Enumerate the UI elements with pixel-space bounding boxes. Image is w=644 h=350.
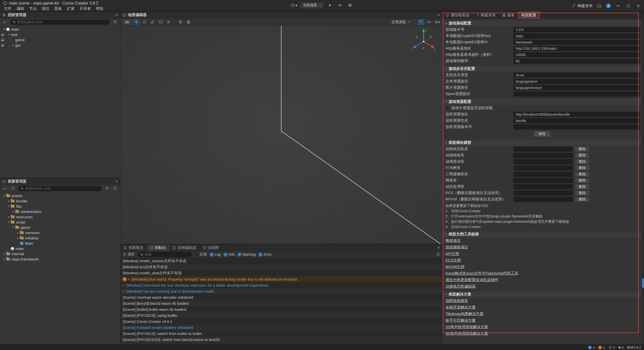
- tab-property-inspector[interactable]: 属性检查器: [442, 12, 473, 18]
- folder-icon[interactable]: [597, 4, 601, 8]
- add-asset-button[interactable]: +▾: [2, 186, 8, 191]
- doc-icon[interactable]: [436, 253, 440, 256]
- log-row[interactable]: ! ▸ [Scene] [PHYSICS]: switch from built…: [120, 330, 442, 336]
- expand-arrow-icon[interactable]: [7, 199, 11, 203]
- expand-arrow-icon[interactable]: [16, 231, 20, 234]
- menu-item[interactable]: 编辑: [14, 6, 27, 11]
- lock-icon[interactable]: [1, 38, 4, 41]
- log-filter-toggle[interactable]: Log: [210, 252, 221, 256]
- menu-item[interactable]: 帮助: [93, 6, 106, 11]
- scrollbar-thumb[interactable]: [642, 278, 644, 288]
- delete-button[interactable]: 删除: [575, 153, 589, 158]
- scene-selector-dropdown[interactable]: 当前场景 ▾: [300, 2, 324, 9]
- tree-node[interactable]: bundle: [0, 198, 120, 204]
- module-path-input[interactable]: [513, 147, 573, 152]
- asset-counter[interactable]: 0: [619, 346, 624, 349]
- minimize-button[interactable]: [615, 3, 621, 9]
- section-basic-config[interactable]: ▾ 游戏基础配置: [442, 20, 641, 26]
- error-counter[interactable]: 0: [609, 346, 615, 349]
- regex-toggle[interactable]: 正则: [195, 252, 207, 257]
- section-module-trim[interactable]: ▾ 框架模块裁剪: [442, 139, 641, 146]
- doc-link[interactable]: ECS文档: [446, 258, 461, 263]
- field-input[interactable]: [513, 59, 640, 64]
- doc-link[interactable]: API文档: [446, 251, 459, 256]
- tree-node[interactable]: game: [0, 37, 120, 42]
- filter-button[interactable]: [112, 20, 118, 25]
- solution-link[interactable]: 全栈开发解决方案: [446, 305, 476, 310]
- preview-window-button[interactable]: [346, 2, 354, 9]
- preview-target-button[interactable]: ▾: [290, 2, 298, 9]
- log-row[interactable]: ! ▸ [Scene] meshopt wasm decoder initial…: [120, 294, 442, 300]
- log-row[interactable]: ! ▸ [Window] render_texture文件夹不存在: [120, 258, 442, 264]
- menu-item[interactable]: 文件: [2, 6, 14, 11]
- coordinate-toggle-button[interactable]: [185, 19, 192, 25]
- expand-arrow-icon[interactable]: [7, 33, 11, 36]
- module-path-input[interactable]: [513, 197, 573, 202]
- expand-arrow-icon[interactable]: [7, 215, 11, 218]
- module-path-input[interactable]: [513, 184, 573, 189]
- solution-link[interactable]: 2D角色扮演游戏解决方案: [446, 325, 488, 329]
- menu-item[interactable]: 节点: [27, 6, 39, 11]
- log-row[interactable]: ! ▸ [Window] ecs文件夹不存在: [120, 264, 442, 270]
- section-doc-links[interactable]: ▾ 框架文档工具链接: [442, 231, 641, 237]
- delete-button[interactable]: 删除: [575, 197, 589, 202]
- refresh-button[interactable]: [112, 186, 118, 191]
- log-row[interactable]: ! ▸ [Scene] Forward render pipeline init…: [120, 324, 442, 330]
- tree-node[interactable]: initialize: [0, 235, 120, 241]
- console-search-input[interactable]: [145, 253, 189, 256]
- menu-item[interactable]: 扩展: [64, 6, 77, 11]
- log-filter-toggle[interactable]: Warning: [238, 252, 256, 256]
- play-button[interactable]: [326, 2, 334, 9]
- log-row[interactable]: ! ▸ [Window] Download the Vue Devtools e…: [120, 282, 442, 288]
- panel-menu-icon[interactable]: ≡: [115, 179, 118, 184]
- tree-node[interactable]: resources: [0, 214, 120, 220]
- module-path-input[interactable]: [513, 178, 573, 183]
- log-row[interactable]: ! ▸ [Scene] [bullet]:bullet wasm lib loa…: [120, 306, 442, 312]
- delete-button[interactable]: 删除: [575, 191, 589, 196]
- expand-arrow-icon[interactable]: [3, 194, 6, 197]
- delete-button[interactable]: 删除: [575, 165, 589, 170]
- checkbox-checked-icon[interactable]: [210, 253, 214, 256]
- 3d-toggle-button[interactable]: 3D: [122, 19, 132, 25]
- section-resource-config[interactable]: ▾ 游戏资源配置: [442, 98, 641, 105]
- view-mode-dropdown[interactable]: 正常浏览 ▾: [389, 19, 412, 25]
- doc-link[interactable]: 原生包热更新配置自动生成插件: [446, 278, 498, 282]
- log-filter-toggle[interactable]: Error: [259, 252, 271, 256]
- expand-caret-icon[interactable]: ▸: [128, 278, 132, 281]
- rect-tool-button[interactable]: [157, 19, 164, 25]
- build-publish-button[interactable]: 构建发布: [572, 4, 593, 8]
- log-row[interactable]: ! ▸ [Scene] [PHYSICS2D]: switch from box…: [120, 336, 442, 342]
- field-input[interactable]: [513, 73, 640, 78]
- scene-camera-button[interactable]: [426, 19, 432, 25]
- lock-icon[interactable]: [1, 33, 4, 36]
- expand-arrow-icon[interactable]: [3, 28, 6, 31]
- menu-item[interactable]: 项目: [39, 6, 52, 11]
- add-node-button[interactable]: +▾: [2, 20, 8, 25]
- field-input[interactable]: [513, 46, 640, 51]
- tree-node[interactable]: oops-framework: [0, 256, 120, 262]
- sort-button[interactable]: [10, 186, 16, 191]
- doc-link[interactable]: 教程项目: [446, 238, 461, 243]
- move-tool-button[interactable]: [133, 19, 140, 25]
- tree-node[interactable]: libs: [0, 204, 120, 209]
- console-tab[interactable]: 动画图: [199, 244, 222, 251]
- solution-link[interactable]: Tiledmap地图解决方案: [446, 312, 484, 316]
- checkbox-checked-icon[interactable]: [259, 253, 262, 256]
- tree-node[interactable]: Main: [0, 241, 120, 246]
- delete-button[interactable]: 删除: [575, 184, 589, 189]
- anchor-tool-button[interactable]: [166, 19, 172, 25]
- console-tab[interactable]: 动画编辑器: [169, 244, 199, 251]
- remote-load-checkbox[interactable]: [446, 106, 449, 110]
- expand-arrow-icon[interactable]: [12, 43, 15, 47]
- rotate-tool-button[interactable]: [141, 19, 148, 25]
- tab-services[interactable]: 服务: [499, 12, 518, 18]
- scene-settings-button[interactable]: ▾: [434, 19, 440, 25]
- menu-item[interactable]: 面板: [52, 6, 64, 11]
- pivot-toggle-button[interactable]: [177, 19, 184, 25]
- doc-link[interactable]: 动画状态机编辑器: [446, 284, 476, 289]
- tree-node[interactable]: game: [0, 225, 120, 230]
- tree-node[interactable]: internal: [0, 251, 120, 256]
- step-button[interactable]: [336, 2, 344, 9]
- panel-menu-icon[interactable]: ≡: [437, 245, 440, 250]
- expand-arrow-icon[interactable]: [12, 210, 15, 213]
